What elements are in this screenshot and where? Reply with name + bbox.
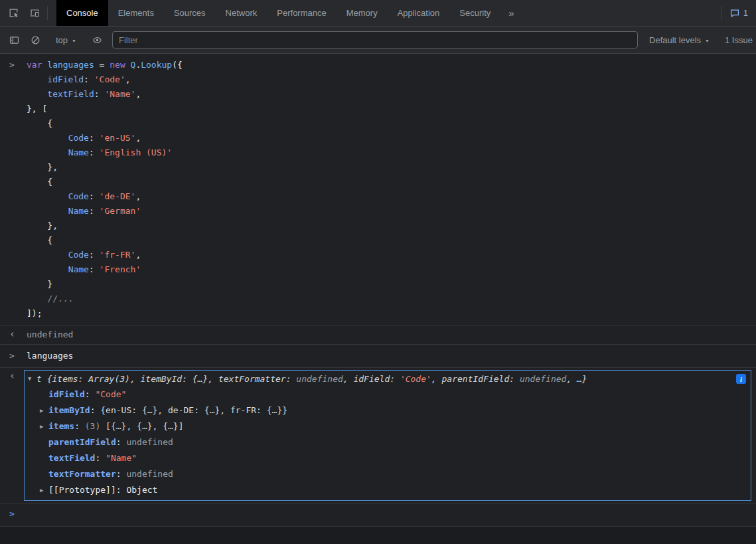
token-property-key: textFormatter xyxy=(48,469,116,479)
property-tokens: parentIdField: undefined xyxy=(48,434,173,450)
token-property: Code xyxy=(68,250,89,260)
evaluated-info-icon[interactable]: i xyxy=(736,374,746,384)
tab-network[interactable]: Network xyxy=(216,0,267,26)
property-tokens: idField: "Code" xyxy=(48,387,126,403)
token-plain xyxy=(27,294,47,304)
console-entry-output: ‹undefined xyxy=(0,325,756,345)
token-plain: , xyxy=(125,74,131,84)
object-preview-row[interactable]: ▼t {items: Array(3), itemById: {…}, text… xyxy=(25,371,751,387)
device-toolbar-button[interactable] xyxy=(24,4,45,23)
token-muted: (3) xyxy=(85,421,106,431)
input-marker-icon: > xyxy=(0,349,27,363)
context-label: top xyxy=(56,35,68,45)
token-plain xyxy=(27,250,68,260)
token-variable: languages xyxy=(47,60,94,70)
devtools-window: Console Elements Sources Network Perform… xyxy=(0,0,756,544)
token-plain: : xyxy=(90,405,101,415)
console-entry-input: >languages xyxy=(0,345,756,368)
token-plain: : xyxy=(89,264,100,274)
token-plain: } xyxy=(27,279,52,289)
tab-application[interactable]: Application xyxy=(388,0,450,26)
object-property-row[interactable]: textFormatter: undefined xyxy=(25,466,751,482)
javascript-context-selector[interactable]: top ▼ xyxy=(50,35,82,45)
token-value: , …} xyxy=(566,374,587,384)
object-property-row[interactable]: ▶items: (3) [{…}, {…}, {…}] xyxy=(25,418,751,434)
console-entry-object: ‹▼t {items: Array(3), itemById: {…}, tex… xyxy=(0,368,756,503)
token-string: 'German' xyxy=(100,206,141,216)
object-property-row[interactable]: parentIdField: undefined xyxy=(25,434,751,450)
tab-memory[interactable]: Memory xyxy=(337,0,388,26)
live-expression-button[interactable] xyxy=(86,31,108,49)
token-value: [{…}, {…}, {…}] xyxy=(106,421,183,431)
token-plain: : xyxy=(89,250,100,260)
inspect-element-button[interactable] xyxy=(3,4,24,23)
disclosure-triangle-collapsed-icon[interactable]: ▶ xyxy=(40,418,48,434)
token-plain: : xyxy=(85,389,96,399)
console-panel[interactable]: >var languages = new Q.Lookup({ idField:… xyxy=(0,54,756,526)
console-prompt-row[interactable]: > xyxy=(0,503,756,525)
token-value: , parentIdField: xyxy=(431,374,520,384)
disclosure-triangle-collapsed-icon[interactable]: ▶ xyxy=(40,403,48,418)
token-string: 'Name' xyxy=(104,89,135,99)
filter-input[interactable] xyxy=(112,31,638,48)
token-plain xyxy=(27,133,68,143)
code-line: { xyxy=(27,116,756,131)
token-string: 'Code' xyxy=(94,74,125,84)
tabbar-spacer xyxy=(522,0,719,26)
token-plain: ({ xyxy=(172,60,183,70)
token-plain: : xyxy=(116,469,127,479)
tab-sources[interactable]: Sources xyxy=(164,0,216,26)
console-toolbar: top ▼ Default levels ▼ 1 Issue xyxy=(0,27,756,54)
token-plain: : xyxy=(116,437,127,447)
code-line: } xyxy=(27,277,756,292)
clear-console-button[interactable] xyxy=(25,31,46,49)
tab-elements[interactable]: Elements xyxy=(108,0,164,26)
entry-body: undefined xyxy=(27,327,756,342)
entry-body: languages xyxy=(27,349,756,363)
token-value: {en-US: {…}, de-DE: {…}, fr-FR: {…}} xyxy=(100,405,287,415)
code-line: Code: 'fr-FR', xyxy=(27,248,756,262)
property-tokens: items: (3) [{…}, {…}, {…}] xyxy=(48,418,184,434)
log-levels-dropdown[interactable]: Default levels ▼ xyxy=(644,35,715,45)
object-property-row[interactable]: idField: "Code" xyxy=(25,387,751,403)
bottom-strip xyxy=(0,526,756,544)
token-plain: Object xyxy=(126,485,157,495)
token-property-key: textField xyxy=(48,453,95,463)
code-line: }, xyxy=(27,219,756,233)
token-plain xyxy=(27,74,47,84)
token-comment: //... xyxy=(47,294,73,304)
token-plain: { xyxy=(27,177,52,187)
token-keyword: new xyxy=(110,60,125,70)
object-property-row[interactable]: ▶itemById: {en-US: {…}, de-DE: {…}, fr-F… xyxy=(25,403,751,418)
code-line: { xyxy=(27,233,756,248)
devtools-tab-bar: Console Elements Sources Network Perform… xyxy=(0,0,756,27)
token-string: 'de-DE' xyxy=(100,191,136,201)
token-value: , idField: xyxy=(343,374,400,384)
token-value: t {items: Array(3), itemById: {…}, textF… xyxy=(37,374,296,384)
token-plain: , xyxy=(135,133,141,143)
more-tabs-button[interactable]: » xyxy=(500,0,522,26)
token-plain: : xyxy=(94,89,105,99)
disclosure-triangle-collapsed-icon[interactable]: ▶ xyxy=(40,482,48,498)
token-string: 'Code' xyxy=(400,374,431,384)
console-messages-button[interactable]: 1 xyxy=(724,0,756,26)
disclosure-triangle-expanded-icon[interactable]: ▼ xyxy=(28,371,37,387)
token-muted: undefined xyxy=(126,437,173,447)
issues-counter[interactable]: 1 Issue xyxy=(719,35,753,45)
dropdown-caret-icon: ▼ xyxy=(705,37,710,43)
token-property-key: idField xyxy=(48,389,85,399)
token-plain: : xyxy=(116,485,127,495)
token-plain: { xyxy=(27,235,52,245)
object-property-row[interactable]: textField: "Name" xyxy=(25,450,751,466)
tab-security[interactable]: Security xyxy=(449,0,500,26)
result-line: undefined xyxy=(27,327,756,342)
code-line: //... xyxy=(27,292,756,306)
tab-performance[interactable]: Performance xyxy=(267,0,336,26)
token-property: Name xyxy=(68,147,89,157)
token-plain xyxy=(27,89,47,99)
code-line: }, [ xyxy=(27,102,756,116)
entry-body: var languages = new Q.Lookup({ idField: … xyxy=(27,58,756,321)
console-sidebar-toggle-button[interactable] xyxy=(3,31,25,49)
tab-console[interactable]: Console xyxy=(56,0,108,26)
object-property-row[interactable]: ▶[[Prototype]]: Object xyxy=(25,482,751,498)
